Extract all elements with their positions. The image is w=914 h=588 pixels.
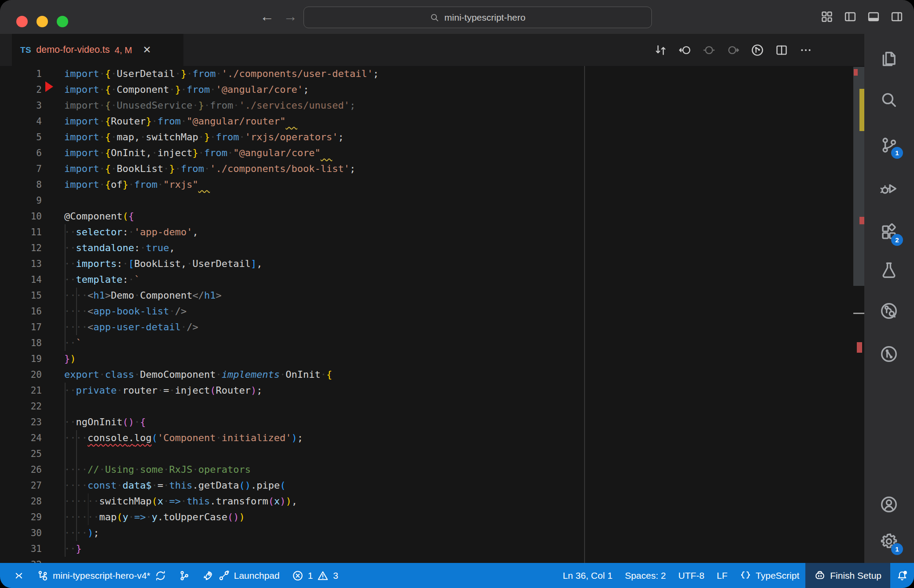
change-marker-icon[interactable] [702,44,716,57]
line-number[interactable]: 25 [0,446,42,462]
line-number[interactable]: 28 [0,493,42,509]
code-line[interactable]: 27····const·data$·=·this.getData().pipe( [0,478,864,493]
code-line[interactable]: 12··standalone:·true, [0,240,864,256]
line-number[interactable]: 24 [0,430,42,446]
line-number[interactable]: 10 [0,208,42,224]
status-item-problems[interactable]: 13 [286,563,344,588]
activity-item-testing[interactable] [878,260,899,281]
line-number[interactable]: 17 [0,319,42,335]
activity-item-gitlens-graph[interactable] [878,344,899,365]
code-line[interactable]: 18··` [0,335,864,351]
previous-change-icon[interactable] [678,44,691,57]
status-item-git-graph[interactable] [172,563,196,588]
code-line[interactable]: 10@Component({ [0,208,864,224]
code-line[interactable]: 31··} [0,541,864,557]
line-number[interactable]: 16 [0,303,42,319]
status-item-language-mode[interactable]: TypeScript [734,563,805,588]
activity-item-explorer[interactable] [878,49,899,70]
line-number[interactable]: 27 [0,478,42,493]
next-change-icon[interactable] [727,44,740,57]
history-forward-button[interactable]: → [281,7,300,25]
status-item-finish-setup[interactable]: Finish Setup [805,563,890,588]
code-line[interactable]: 11··selector:·'app-demo', [0,224,864,240]
customize-layout-icon[interactable] [820,10,834,23]
line-number[interactable]: 14 [0,272,42,288]
status-item-cursor-position[interactable]: Ln 36, Col 1 [556,563,618,588]
code-line[interactable]: 21··private·router·=·inject(Router); [0,383,864,398]
code-line[interactable]: 8import·{of}·from·"rxjs" [0,177,864,193]
code-line[interactable]: 23··ngOnInit()·{ [0,414,864,430]
status-item-launchpad[interactable]: Launchpad [196,563,286,588]
line-number[interactable]: 5 [0,129,42,145]
line-number[interactable]: 13 [0,256,42,272]
more-actions-icon[interactable] [799,44,812,57]
line-number[interactable]: 31 [0,541,42,557]
line-number[interactable]: 22 [0,398,42,414]
code-line[interactable]: 28······switchMap(x·=>·this.transform(x)… [0,493,864,509]
activity-item-search[interactable] [878,90,899,111]
line-number[interactable]: 23 [0,414,42,430]
line-number[interactable]: 3 [0,98,42,113]
toggle-panel-icon[interactable] [867,10,880,23]
toggle-secondary-sidebar-icon[interactable] [890,10,903,23]
code-line[interactable]: 22 [0,398,864,414]
minimize-window-button[interactable] [37,16,48,27]
split-editor-icon[interactable] [775,44,788,57]
tab-demo-for-video[interactable]: TS demo-for-video.ts 4, M ✕ [12,34,183,66]
status-item-indentation[interactable]: Spaces: 2 [619,563,672,588]
line-number[interactable]: 9 [0,193,42,208]
line-number[interactable]: 2 [0,82,42,98]
line-number[interactable]: 32 [0,557,42,563]
breakpoint-arrow-icon[interactable] [45,81,53,92]
zoom-window-button[interactable] [57,16,68,27]
code-line[interactable]: 14··template:·` [0,272,864,288]
status-item-notifications[interactable] [890,563,914,588]
line-number[interactable]: 19 [0,351,42,367]
line-number[interactable]: 30 [0,525,42,541]
activity-item-extensions[interactable]: 2 [878,223,899,244]
line-number[interactable]: 4 [0,113,42,129]
code-line[interactable]: 24····console.log('Component·initialized… [0,430,864,446]
commit-graph-icon[interactable] [751,44,764,57]
history-back-button[interactable]: ← [257,7,277,25]
code-line[interactable]: 32 [0,557,864,563]
code-line[interactable]: 17····<app-user-detail·/> [0,319,864,335]
line-number[interactable]: 6 [0,145,42,161]
activity-item-accounts[interactable] [878,495,899,516]
line-number[interactable]: 26 [0,462,42,478]
activity-item-settings[interactable]: 1 [878,532,899,553]
toggle-primary-sidebar-icon[interactable] [844,10,857,23]
activity-item-source-control[interactable]: 1 [878,135,899,157]
activity-item-run-debug[interactable] [878,179,899,200]
line-number[interactable]: 12 [0,240,42,256]
code-line[interactable]: 3import·{·UnusedService·}·from·'./servic… [0,98,864,113]
code-line[interactable]: 25 [0,446,864,462]
line-number[interactable]: 7 [0,161,42,177]
code-line[interactable]: 30····); [0,525,864,541]
status-item-remote-indicator[interactable] [7,563,31,588]
line-number[interactable]: 15 [0,288,42,303]
status-item-eol[interactable]: LF [711,563,734,588]
code-line[interactable]: 9 [0,193,864,208]
activity-item-gitlens-inspect[interactable] [878,301,899,322]
command-center-search[interactable]: mini-typescript-hero [303,7,652,28]
code-line[interactable]: 7import·{·BookList·}·from·'./components/… [0,161,864,177]
line-number[interactable]: 8 [0,177,42,193]
code-line[interactable]: 6import·{OnInit,·inject}·from·"@angular/… [0,145,864,161]
code-line[interactable]: 2import·{·Component·}·from·'@angular/cor… [0,82,864,98]
code-editor[interactable]: 1import·{·UserDetail·}·from·'./component… [0,66,864,563]
close-window-button[interactable] [16,16,28,27]
code-line[interactable]: 26····//·Using·some·RxJS·operators [0,462,864,478]
code-line[interactable]: 20export·class·DemoComponent·implements·… [0,367,864,383]
line-number[interactable]: 29 [0,509,42,525]
code-line[interactable]: 29······map(y·=>·y.toUpperCase()) [0,509,864,525]
code-line[interactable]: 13··imports:·[BookList,·UserDetail], [0,256,864,272]
code-line[interactable]: 4import·{Router}·from·"@angular/router" [0,113,864,129]
status-item-encoding[interactable]: UTF-8 [672,563,711,588]
line-number[interactable]: 1 [0,66,42,82]
line-number[interactable]: 11 [0,224,42,240]
code-line[interactable]: 16····<app-book-list·/> [0,303,864,319]
open-changes-icon[interactable] [654,44,667,57]
line-number[interactable]: 18 [0,335,42,351]
close-tab-icon[interactable]: ✕ [143,44,151,56]
